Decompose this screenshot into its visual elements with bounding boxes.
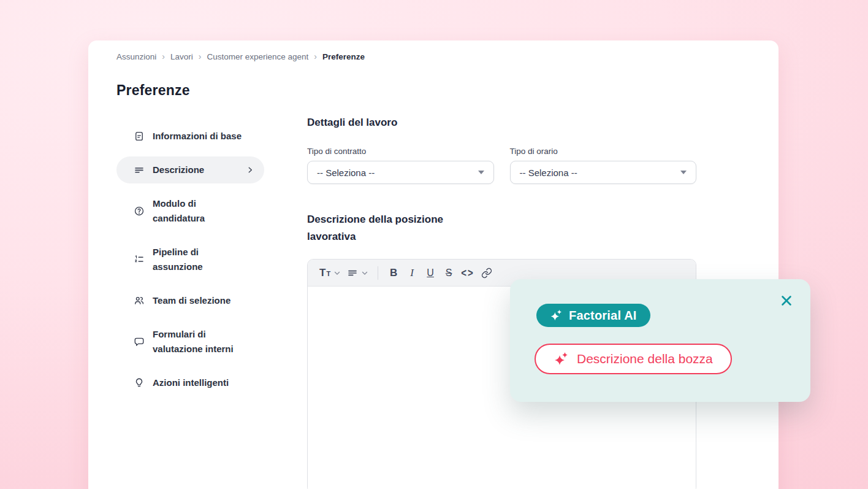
link-button[interactable] [479,264,495,282]
breadcrumb-job-name[interactable]: Customer experience agent [207,52,308,61]
link-icon [481,268,492,279]
numbered-list-icon [134,254,145,265]
breadcrumb-separator: › [314,52,317,61]
job-description-heading: Descrizione della posizione lavorativa [307,211,491,245]
page-background: { "breadcrumb": { "separator": "\u203a",… [0,0,868,489]
schedule-type-selected-value: -- Seleziona -- [520,167,577,178]
chat-bubble-icon [134,336,145,347]
sidebar-item-label: Descrizione [153,163,204,177]
contract-type-label: Tipo di contratto [307,147,494,156]
sidebar-item-informazioni-di-base[interactable]: Informazioni di base [116,123,264,150]
underline-button[interactable]: U [422,264,438,282]
sparkle-icon [554,352,568,366]
bold-icon: B [390,267,397,279]
italic-icon: I [410,267,414,279]
sidebar-item-formulari-di-valutazione-interni[interactable]: Formulari di valutazione interni [116,321,264,363]
schedule-type-label: Tipo di orario [510,147,697,156]
chevron-down-icon [361,269,368,277]
sidebar-item-descrizione[interactable]: Descrizione [116,156,264,183]
chevron-down-icon [333,269,341,277]
sidebar-item-label: Modulo di candidatura [153,196,243,226]
job-details-heading: Dettagli del lavoro [307,114,696,131]
breadcrumb-separator: › [162,52,165,61]
sparkle-icon [550,309,562,322]
lightbulb-icon [134,377,145,388]
schedule-type-field: Tipo di orario -- Seleziona -- [510,147,697,184]
settings-sidebar: Informazioni di base Descrizione [116,123,264,396]
text-style-button[interactable]: TT [318,264,343,282]
chevron-right-icon [246,166,254,174]
sidebar-item-label: Azioni intelligenti [153,375,229,390]
underline-icon: U [427,268,434,279]
close-icon[interactable] [780,294,793,307]
text-style-icon: TT [319,267,330,279]
breadcrumb-assunzioni[interactable]: Assunzioni [116,52,156,61]
sidebar-item-azioni-intelligenti[interactable]: Azioni intelligenti [116,369,264,396]
draft-description-button-label: Descrizione della bozza [577,352,713,366]
sidebar-item-modulo-di-candidatura[interactable]: Modulo di candidatura [116,190,264,232]
page-title: Preferenze [116,82,190,99]
sidebar-item-team-di-selezione[interactable]: Team di selezione [116,287,264,314]
italic-button[interactable]: I [404,264,420,282]
contract-type-select[interactable]: -- Seleziona -- [307,161,494,184]
caret-down-icon [478,171,484,174]
schedule-type-select[interactable]: -- Seleziona -- [510,161,697,184]
breadcrumb-lavori[interactable]: Lavori [170,52,193,61]
contract-type-selected-value: -- Seleziona -- [317,167,375,178]
align-left-icon [347,268,358,279]
breadcrumb: Assunzioni › Lavori › Customer experienc… [116,52,365,61]
bold-button[interactable]: B [386,264,402,282]
content-card: Assunzioni › Lavori › Customer experienc… [88,40,779,489]
sidebar-item-label: Formulari di valutazione interni [153,327,243,356]
alignment-button[interactable] [345,264,370,282]
breadcrumb-separator: › [199,52,202,61]
sidebar-item-label: Pipeline di assunzione [153,245,243,274]
toolbar-divider [378,266,378,280]
breadcrumb-current-preferenze: Preferenze [322,52,365,61]
sidebar-item-label: Team di selezione [153,293,230,308]
factorial-ai-badge: Factorial AI [536,304,650,327]
code-icon: <> [461,266,474,279]
align-left-icon [134,164,145,175]
sidebar-item-pipeline-di-assunzione[interactable]: Pipeline di assunzione [116,239,264,280]
strikethrough-icon: S [446,268,452,279]
caret-down-icon [680,171,687,174]
sidebar-item-label: Informazioni di base [153,129,242,144]
draft-description-button[interactable]: Descrizione della bozza [535,344,732,374]
job-details-fields: Tipo di contratto -- Seleziona -- Tipo d… [307,147,696,184]
factorial-ai-popover: Factorial AI Descrizione della bozza [510,279,810,402]
code-button[interactable]: <> [459,264,476,282]
factorial-ai-badge-label: Factorial AI [569,309,637,323]
question-circle-icon [134,206,145,217]
contract-type-field: Tipo di contratto -- Seleziona -- [307,147,494,184]
strikethrough-button[interactable]: S [441,264,457,282]
note-icon [134,131,145,142]
people-icon [134,295,145,306]
